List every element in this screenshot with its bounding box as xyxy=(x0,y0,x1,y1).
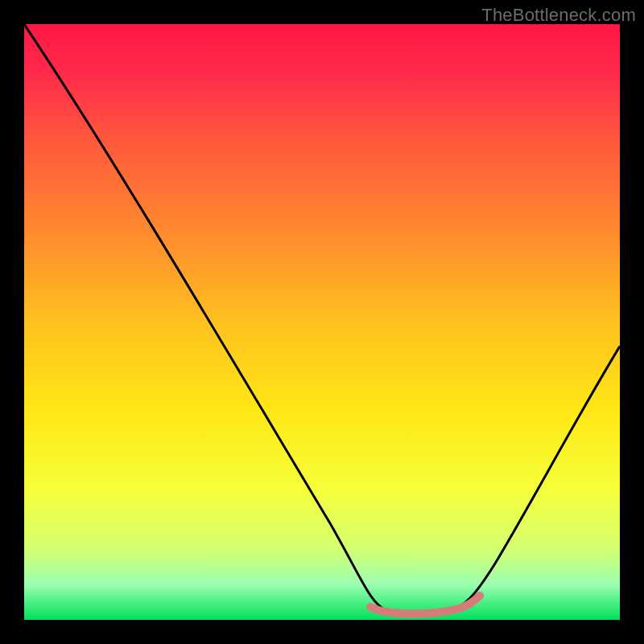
valley-highlight xyxy=(370,596,480,614)
curve-layer xyxy=(24,24,620,620)
plot-area xyxy=(24,24,620,620)
chart-container: TheBottleneck.com xyxy=(0,0,644,644)
bottleneck-curve xyxy=(24,24,620,615)
watermark-label: TheBottleneck.com xyxy=(481,5,636,26)
